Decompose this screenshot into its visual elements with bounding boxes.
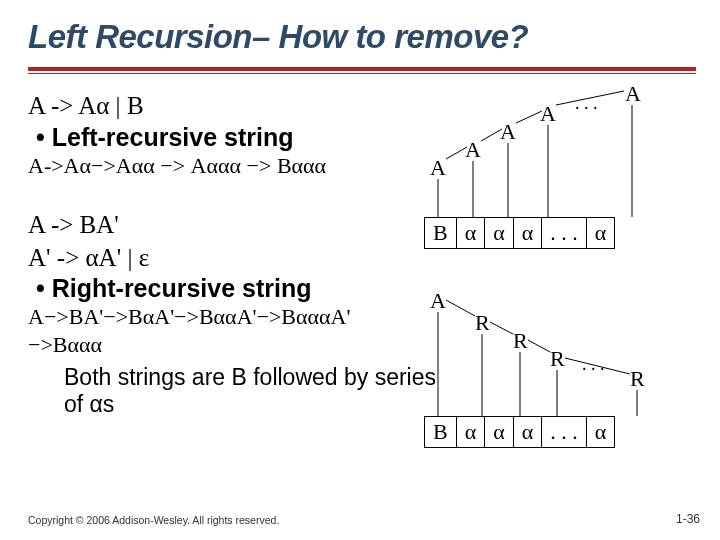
tree1-A3: A [500,119,516,145]
grammar-rule-2b: A' -> αA' | ε [28,242,458,275]
slide: Left Recursion– How to remove? A -> Aα |… [0,0,720,540]
bullet-right-recursive: Right-recursive string [36,274,458,303]
derivation-right-b: −>Bααα [28,331,458,359]
summary-note: Both strings are B followed by series of… [64,364,458,418]
tree2-row-a3: α [514,417,543,447]
grammar-rule-2a: A -> BA' [28,209,458,242]
tree2-row-a1: α [457,417,486,447]
tree2-R3: R [550,346,565,372]
tree2-row-dots: . . . [542,417,587,447]
svg-line-10 [446,300,475,316]
tree2-R4: R [630,366,645,392]
right-recursive-block: A -> BA' A' -> αA' | ε Right-recursive s… [28,179,458,418]
tree2-dots: . . . [582,354,605,375]
slide-title: Left Recursion– How to remove? [28,18,528,56]
tree1-row-dots: . . . [542,218,587,248]
tree1-A2: A [465,137,481,163]
tree2-row-B: B [425,417,457,447]
tree2-A: A [430,288,446,314]
derivation-right-a: A−>BA'−>BαA'−>BααA'−>BαααA' [28,303,458,331]
tree2-row-a2: α [485,417,514,447]
derivation-left: A->Aα−>Aαα −> Aααα −> Bααα [28,152,458,180]
tree1-row-an: α [587,218,615,248]
title-underline-thick [28,67,696,71]
svg-line-3 [481,129,502,141]
tree1-A5: A [625,81,641,107]
title-underline-thin [28,73,696,74]
tree2-result-row: B α α α . . . α [424,416,615,448]
svg-line-14 [528,340,550,352]
tree1-row-a3: α [514,218,543,248]
tree2-R1: R [475,310,490,336]
grammar-rule-1: A -> Aα | B [28,90,458,123]
tree1-row-a2: α [485,218,514,248]
tree1-A4: A [540,101,556,127]
svg-line-5 [516,111,542,123]
body-left-column: A -> Aα | B Left-recursive string A->Aα−… [28,90,458,418]
bullet-left-recursive: Left-recursive string [36,123,458,152]
tree1-result-row: B α α α . . . α [424,217,615,249]
tree1-dots: . . . [575,93,598,114]
tree2-row-an: α [587,417,615,447]
tree2-R2: R [513,328,528,354]
copyright-footer: Copyright © 2006 Addison-Wesley. All rig… [28,514,279,526]
tree1-row-a1: α [457,218,486,248]
tree1-A1: A [430,155,446,181]
svg-line-1 [446,147,467,159]
tree1-row-B: B [425,218,457,248]
svg-line-12 [490,322,513,334]
page-number: 1-36 [676,512,700,526]
